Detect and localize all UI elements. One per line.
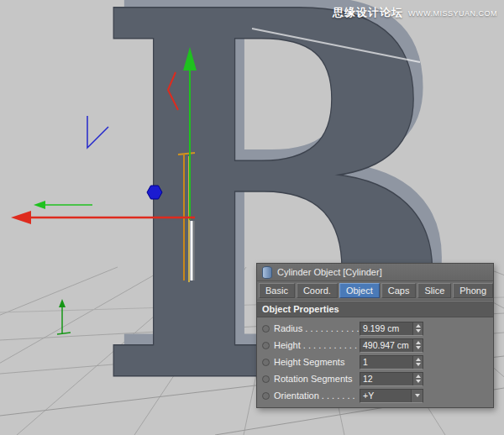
watermark: 思缘设计论坛 WWW.MISSYUAN.COM [333,5,497,20]
stepper-down-icon[interactable] [416,380,421,383]
stepper-up-icon[interactable] [416,341,421,344]
keyframe-dot[interactable] [262,342,270,349]
orientation-value: +Y [360,390,411,402]
watermark-site-name: 思缘设计论坛 [333,5,403,20]
rotation-segments-stepper[interactable] [412,373,423,385]
field-row-orientation: Orientation . . . . . . . +Y [257,387,493,404]
field-row-height-segments: Height Segments 1 [257,354,493,370]
stepper-down-icon[interactable] [416,363,421,366]
field-row-radius: Radius . . . . . . . . . . . . 9.199 cm [257,320,493,337]
keyframe-dot[interactable] [262,375,270,383]
panel-tabs: Basic Coord. Object Caps Slice Phong [257,281,493,301]
stepper-up-icon[interactable] [416,375,421,378]
tab-object[interactable]: Object [339,283,380,298]
chevron-down-icon [415,394,420,397]
height-segments-stepper[interactable] [412,356,423,369]
tab-phong[interactable]: Phong [453,283,493,298]
stepper-down-icon[interactable] [416,329,421,333]
radius-stepper[interactable] [412,322,423,335]
field-label: Rotation Segments [274,374,360,384]
blue-hexagon-handle[interactable] [147,186,162,199]
height-input[interactable]: 490.947 cm [360,338,423,353]
stepper-up-icon[interactable] [416,324,421,328]
tab-slice[interactable]: Slice [417,283,451,298]
radius-value[interactable]: 9.199 cm [360,322,412,335]
field-label: Orientation . . . . . . . [274,390,360,401]
keyframe-dot[interactable] [262,392,270,400]
application-window: B B [0,0,504,435]
rotation-segments-value[interactable]: 12 [360,373,412,385]
section-header[interactable]: Object Properties [257,301,493,317]
height-segments-input[interactable]: 1 [360,355,423,369]
panel-title: Cylinder Object [Cylinder] [277,267,382,277]
tab-basic[interactable]: Basic [259,283,295,298]
height-stepper[interactable] [412,339,423,352]
dropdown-button[interactable] [411,390,423,402]
field-label: Radius . . . . . . . . . . . . [274,323,360,333]
keyframe-dot[interactable] [262,325,270,333]
tab-coord[interactable]: Coord. [297,283,338,298]
field-label: Height Segments [274,357,360,367]
orientation-dropdown[interactable]: +Y [360,389,423,403]
stepper-down-icon[interactable] [416,346,421,349]
rotation-segments-input[interactable]: 12 [360,372,423,386]
keyframe-dot[interactable] [262,359,270,366]
stepper-up-icon[interactable] [416,358,421,361]
field-row-rotation-segments: Rotation Segments 12 [257,370,493,387]
field-row-height: Height . . . . . . . . . . . 490.947 cm [257,337,493,354]
cylinder-icon [262,266,272,279]
properties-list: Radius . . . . . . . . . . . . 9.199 cm … [257,317,493,407]
field-label: Height . . . . . . . . . . . [274,340,360,350]
attributes-panel: Cylinder Object [Cylinder] Basic Coord. … [256,263,494,408]
height-value[interactable]: 490.947 cm [360,339,412,352]
radius-input[interactable]: 9.199 cm [360,322,423,336]
height-segments-value[interactable]: 1 [360,356,412,369]
panel-title-bar[interactable]: Cylinder Object [Cylinder] [257,264,493,281]
watermark-site-url: WWW.MISSYUAN.COM [408,9,497,18]
tab-caps[interactable]: Caps [381,283,417,298]
